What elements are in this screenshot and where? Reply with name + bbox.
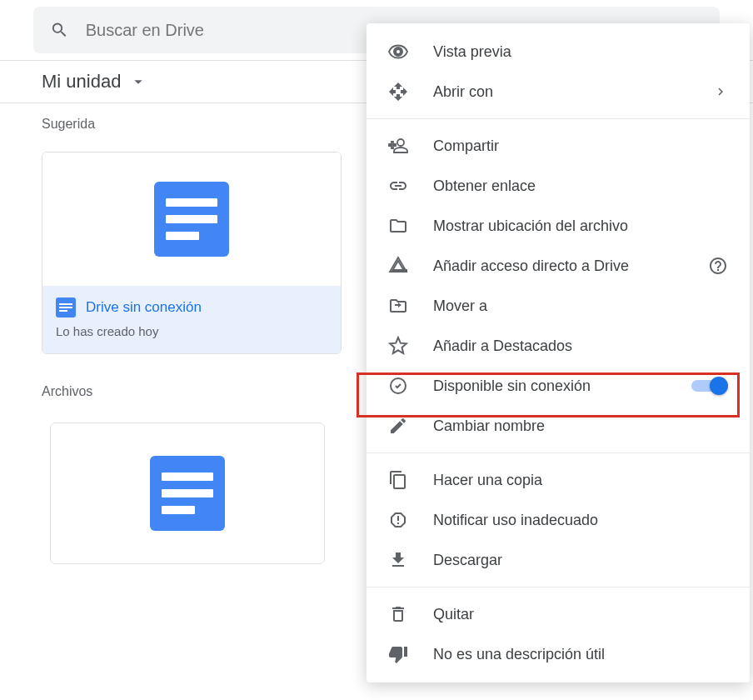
drive-shortcut-icon	[388, 256, 408, 276]
file-subtitle: Lo has creado hoy	[56, 324, 327, 338]
move-arrows-icon	[388, 82, 408, 102]
menu-label: Compartir	[433, 138, 728, 155]
menu-remove[interactable]: Quitar	[367, 594, 750, 634]
menu-download[interactable]: Descargar	[367, 540, 750, 580]
menu-divider	[367, 587, 750, 588]
menu-get-link[interactable]: Obtener enlace	[367, 166, 750, 206]
menu-label: Hacer una copia	[433, 472, 728, 489]
search-icon	[50, 20, 69, 40]
thumbs-down-icon	[388, 644, 408, 664]
menu-divider	[367, 118, 750, 119]
warning-icon	[388, 510, 408, 530]
docs-thumbnail-icon	[150, 456, 225, 531]
docs-icon	[56, 298, 76, 318]
menu-rename[interactable]: Cambiar nombre	[367, 406, 750, 446]
menu-share[interactable]: Compartir	[367, 126, 750, 166]
offline-icon	[388, 376, 408, 396]
menu-move-to[interactable]: Mover a	[367, 286, 750, 326]
menu-add-shortcut[interactable]: Añadir acceso directo a Drive	[367, 246, 750, 286]
folder-icon	[388, 216, 408, 236]
menu-label: No es una descripción útil	[433, 646, 728, 663]
download-icon	[388, 550, 408, 570]
menu-open-with[interactable]: Abrir con	[367, 72, 750, 112]
menu-show-location[interactable]: Mostrar ubicación del archivo	[367, 206, 750, 246]
star-icon	[388, 336, 408, 356]
menu-label: Mover a	[433, 298, 728, 315]
link-icon	[388, 176, 408, 196]
help-icon[interactable]	[708, 256, 728, 276]
menu-label: Cambiar nombre	[433, 418, 728, 435]
menu-offline[interactable]: Disponible sin conexión	[367, 366, 750, 406]
menu-divider	[367, 452, 750, 453]
menu-label: Añadir a Destacados	[433, 338, 728, 355]
pencil-icon	[388, 416, 408, 436]
menu-label: Descargar	[433, 552, 728, 569]
trash-icon	[388, 604, 408, 624]
menu-label: Notificar uso inadecuado	[433, 512, 728, 529]
menu-report-abuse[interactable]: Notificar uso inadecuado	[367, 500, 750, 540]
offline-toggle[interactable]	[691, 376, 728, 396]
menu-label: Quitar	[433, 606, 728, 623]
folder-move-icon	[388, 296, 408, 316]
menu-not-helpful[interactable]: No es una descripción útil	[367, 634, 750, 674]
file-card[interactable]: Drive sin conexión Lo has creado hoy	[42, 152, 342, 354]
breadcrumb-title: Mi unidad	[42, 71, 121, 92]
menu-preview[interactable]: Vista previa	[367, 32, 750, 72]
menu-label: Obtener enlace	[433, 178, 728, 195]
file-card[interactable]	[50, 422, 325, 564]
person-add-icon	[388, 136, 408, 156]
menu-label: Mostrar ubicación del archivo	[433, 218, 728, 235]
menu-label: Disponible sin conexión	[433, 378, 691, 395]
menu-label: Vista previa	[433, 43, 728, 61]
file-preview	[42, 152, 341, 286]
file-info: Drive sin conexión Lo has creado hoy	[42, 286, 341, 353]
menu-make-copy[interactable]: Hacer una copia	[367, 460, 750, 500]
dropdown-icon	[129, 72, 147, 91]
docs-thumbnail-icon	[154, 182, 229, 257]
eye-icon	[388, 42, 408, 62]
menu-label: Añadir acceso directo a Drive	[433, 258, 708, 275]
chevron-right-icon	[713, 84, 728, 99]
context-menu: Vista previa Abrir con Compartir Obtener…	[367, 23, 750, 682]
file-name: Drive sin conexión	[86, 299, 202, 316]
menu-label: Abrir con	[433, 83, 713, 101]
menu-add-starred[interactable]: Añadir a Destacados	[367, 326, 750, 366]
copy-icon	[388, 470, 408, 490]
